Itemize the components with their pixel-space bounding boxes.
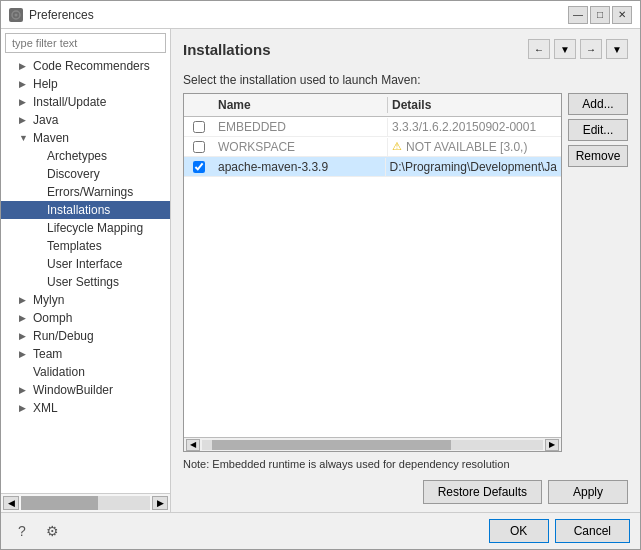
nav-dropdown-button[interactable]: ▼	[554, 39, 576, 59]
scroll-right-btn[interactable]: ▶	[152, 496, 168, 510]
sidebar-item-java[interactable]: ▶ Java	[1, 111, 170, 129]
remove-button[interactable]: Remove	[568, 145, 628, 167]
sidebar-item-label: Mylyn	[33, 293, 64, 307]
header-details-col: Details	[388, 97, 561, 113]
row-details-embedded: 3.3.3/1.6.2.20150902-0001	[388, 118, 561, 136]
scroll-track[interactable]	[21, 496, 150, 510]
sidebar-item-code-recommenders[interactable]: ▶ Code Recommenders	[1, 57, 170, 75]
row-details-workspace: ⚠ NOT AVAILABLE [3.0,)	[388, 138, 561, 156]
sidebar-item-label: Run/Debug	[33, 329, 94, 343]
sidebar-item-label: User Interface	[47, 257, 122, 271]
table-body: EMBEDDED 3.3.3/1.6.2.20150902-0001 WORKS…	[184, 117, 561, 437]
expand-arrow: ▼	[19, 133, 31, 143]
filter-input[interactable]	[5, 33, 166, 53]
sidebar-item-run-debug[interactable]: ▶ Run/Debug	[1, 327, 170, 345]
maximize-button[interactable]: □	[590, 6, 610, 24]
ok-button[interactable]: OK	[489, 519, 549, 543]
row-name-workspace: WORKSPACE	[214, 138, 388, 156]
table-row[interactable]: apache-maven-3.3.9 D:\Programing\Develop…	[184, 157, 561, 177]
checkbox-embedded[interactable]	[193, 121, 205, 133]
title-bar-buttons: — □ ✕	[568, 6, 632, 24]
side-buttons: Add... Edit... Remove	[568, 93, 628, 452]
nav-forward-button[interactable]: →	[580, 39, 602, 59]
sidebar-item-label: Templates	[47, 239, 102, 253]
minimize-button[interactable]: —	[568, 6, 588, 24]
preferences-icon	[9, 8, 23, 22]
window-title: Preferences	[29, 8, 94, 22]
cancel-button[interactable]: Cancel	[555, 519, 630, 543]
sidebar-item-label: Installations	[47, 203, 110, 217]
sidebar-item-label: Code Recommenders	[33, 59, 150, 73]
sidebar-item-label: Oomph	[33, 311, 72, 325]
sidebar-item-templates[interactable]: Templates	[1, 237, 170, 255]
nav-back-button[interactable]: ←	[528, 39, 550, 59]
add-button[interactable]: Add...	[568, 93, 628, 115]
scroll-left-btn[interactable]: ◀	[3, 496, 19, 510]
expand-arrow: ▶	[19, 79, 31, 89]
panel-description: Select the installation used to launch M…	[183, 73, 628, 87]
row-check-embedded[interactable]	[184, 121, 214, 133]
expand-arrow: ▶	[19, 61, 31, 71]
row-details-apache-maven: D:\Programing\Development\Ja	[386, 158, 561, 176]
footer-left: ? ⚙	[11, 520, 63, 542]
sidebar-item-help[interactable]: ▶ Help	[1, 75, 170, 93]
table-header: Name Details	[184, 94, 561, 117]
footer: ? ⚙ OK Cancel	[1, 512, 640, 549]
sidebar-item-label: Install/Update	[33, 95, 106, 109]
sidebar-item-windowbuilder[interactable]: ▶ WindowBuilder	[1, 381, 170, 399]
help-button[interactable]: ?	[11, 520, 33, 542]
hscroll-right-btn[interactable]: ▶	[545, 439, 559, 451]
sidebar-item-user-settings[interactable]: User Settings	[1, 273, 170, 291]
expand-arrow: ▶	[19, 97, 31, 107]
header-check-col	[184, 97, 214, 113]
sidebar-item-xml[interactable]: ▶ XML	[1, 399, 170, 417]
sidebar-item-discovery[interactable]: Discovery	[1, 165, 170, 183]
expand-arrow: ▶	[19, 115, 31, 125]
main-content: ▶ Code Recommenders ▶ Help ▶ Install/Upd…	[1, 29, 640, 512]
expand-arrow: ▶	[19, 313, 31, 323]
hscroll-left-btn[interactable]: ◀	[186, 439, 200, 451]
restore-defaults-button[interactable]: Restore Defaults	[423, 480, 542, 504]
checkbox-apache-maven[interactable]	[193, 161, 205, 173]
nav-forward-dropdown-button[interactable]: ▼	[606, 39, 628, 59]
sidebar-item-errors-warnings[interactable]: Errors/Warnings	[1, 183, 170, 201]
row-check-workspace[interactable]	[184, 141, 214, 153]
sidebar-item-install-update[interactable]: ▶ Install/Update	[1, 93, 170, 111]
sidebar-item-label: WindowBuilder	[33, 383, 113, 397]
sidebar-item-lifecycle-mapping[interactable]: Lifecycle Mapping	[1, 219, 170, 237]
sidebar-item-label: Java	[33, 113, 58, 127]
hscroll-thumb	[212, 440, 451, 450]
sidebar-item-validation[interactable]: Validation	[1, 363, 170, 381]
checkbox-workspace[interactable]	[193, 141, 205, 153]
sidebar-item-user-interface[interactable]: User Interface	[1, 255, 170, 273]
bottom-buttons-row: Restore Defaults Apply	[183, 474, 628, 512]
row-check-apache-maven[interactable]	[184, 161, 214, 173]
sidebar-item-label: Lifecycle Mapping	[47, 221, 143, 235]
panel-navigation: ← ▼ → ▼	[528, 39, 628, 59]
expand-arrow: ▶	[19, 295, 31, 305]
sidebar-item-label: Validation	[33, 365, 85, 379]
scroll-thumb	[21, 496, 98, 510]
warning-icon: ⚠	[392, 140, 402, 153]
close-button[interactable]: ✕	[612, 6, 632, 24]
apply-button[interactable]: Apply	[548, 480, 628, 504]
hscroll-track[interactable]	[202, 440, 543, 450]
sidebar-item-oomph[interactable]: ▶ Oomph	[1, 309, 170, 327]
title-bar: Preferences — □ ✕	[1, 1, 640, 29]
table-row[interactable]: EMBEDDED 3.3.3/1.6.2.20150902-0001	[184, 117, 561, 137]
edit-button[interactable]: Edit...	[568, 119, 628, 141]
sidebar-item-team[interactable]: ▶ Team	[1, 345, 170, 363]
tree-area: ▶ Code Recommenders ▶ Help ▶ Install/Upd…	[1, 57, 170, 493]
sidebar-item-installations[interactable]: Installations	[1, 201, 170, 219]
sidebar-item-archetypes[interactable]: Archetypes	[1, 147, 170, 165]
sidebar-item-label: Maven	[33, 131, 69, 145]
sidebar-item-label: Help	[33, 77, 58, 91]
sidebar-item-label: Team	[33, 347, 62, 361]
sidebar-item-maven[interactable]: ▼ Maven	[1, 129, 170, 147]
panel-title: Installations	[183, 41, 271, 58]
table-row[interactable]: WORKSPACE ⚠ NOT AVAILABLE [3.0,)	[184, 137, 561, 157]
sidebar-item-mylyn[interactable]: ▶ Mylyn	[1, 291, 170, 309]
settings-button[interactable]: ⚙	[41, 520, 63, 542]
sidebar: ▶ Code Recommenders ▶ Help ▶ Install/Upd…	[1, 29, 171, 512]
expand-arrow: ▶	[19, 403, 31, 413]
